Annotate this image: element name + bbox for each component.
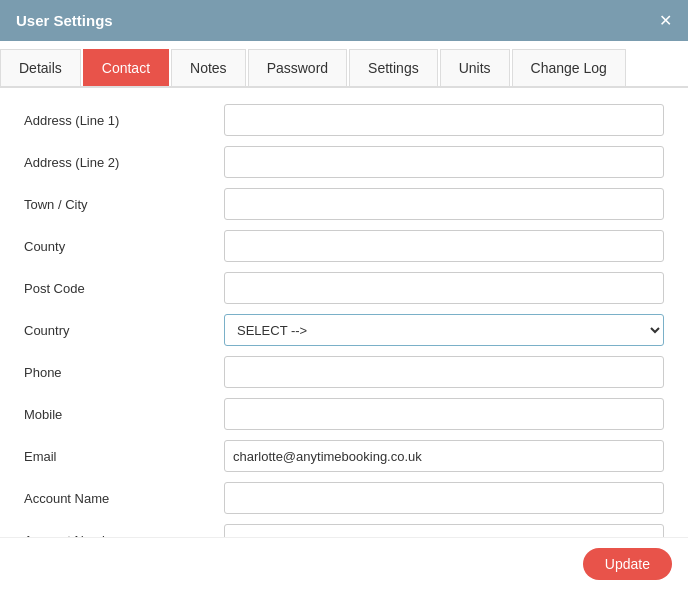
tab-units[interactable]: Units: [440, 49, 510, 86]
form-row-address2: Address (Line 2): [24, 146, 664, 178]
modal-header: User Settings ✕: [0, 0, 688, 41]
modal-footer: Update: [0, 537, 688, 590]
input-phone[interactable]: [224, 356, 664, 388]
tab-password[interactable]: Password: [248, 49, 347, 86]
input-account_number[interactable]: [224, 524, 664, 537]
label-town: Town / City: [24, 197, 224, 212]
label-country: Country: [24, 323, 224, 338]
select-country[interactable]: SELECT -->: [224, 314, 664, 346]
input-address1[interactable]: [224, 104, 664, 136]
modal-title: User Settings: [16, 12, 113, 29]
form-row-postcode: Post Code: [24, 272, 664, 304]
form-container: Address (Line 1)Address (Line 2)Town / C…: [0, 88, 688, 537]
form-row-phone: Phone: [24, 356, 664, 388]
form-row-address1: Address (Line 1): [24, 104, 664, 136]
label-address1: Address (Line 1): [24, 113, 224, 128]
form-row-account_name: Account Name: [24, 482, 664, 514]
form-row-account_number: Account Number: [24, 524, 664, 537]
label-address2: Address (Line 2): [24, 155, 224, 170]
label-county: County: [24, 239, 224, 254]
label-mobile: Mobile: [24, 407, 224, 422]
update-button[interactable]: Update: [583, 548, 672, 580]
close-button[interactable]: ✕: [659, 13, 672, 29]
label-account_name: Account Name: [24, 491, 224, 506]
input-county[interactable]: [224, 230, 664, 262]
modal-window: User Settings ✕ DetailsContactNotesPassw…: [0, 0, 688, 590]
tab-settings[interactable]: Settings: [349, 49, 438, 86]
form-row-email: Email: [24, 440, 664, 472]
form-row-mobile: Mobile: [24, 398, 664, 430]
input-address2[interactable]: [224, 146, 664, 178]
form-row-country: CountrySELECT -->: [24, 314, 664, 346]
label-postcode: Post Code: [24, 281, 224, 296]
input-mobile[interactable]: [224, 398, 664, 430]
label-email: Email: [24, 449, 224, 464]
tab-changelog[interactable]: Change Log: [512, 49, 626, 86]
tab-bar: DetailsContactNotesPasswordSettingsUnits…: [0, 41, 688, 88]
input-town[interactable]: [224, 188, 664, 220]
tab-contact[interactable]: Contact: [83, 49, 169, 86]
form-row-town: Town / City: [24, 188, 664, 220]
tab-notes[interactable]: Notes: [171, 49, 246, 86]
tab-details[interactable]: Details: [0, 49, 81, 86]
label-phone: Phone: [24, 365, 224, 380]
input-email[interactable]: [224, 440, 664, 472]
input-account_name[interactable]: [224, 482, 664, 514]
form-row-county: County: [24, 230, 664, 262]
input-postcode[interactable]: [224, 272, 664, 304]
